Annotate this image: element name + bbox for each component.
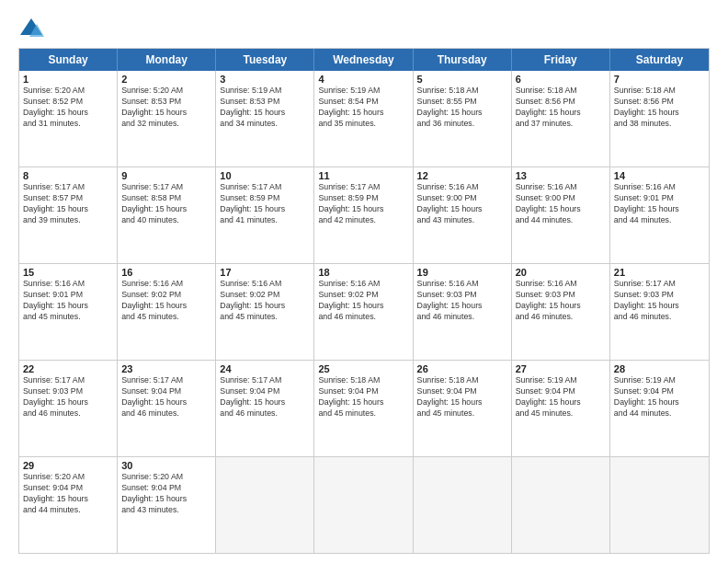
calendar: SundayMondayTuesdayWednesdayThursdayFrid… [18, 48, 710, 554]
day-info-21: Sunrise: 5:17 AM Sunset: 9:03 PM Dayligh… [614, 279, 705, 323]
logo-icon [18, 15, 44, 40]
weekday-header-thursday: Thursday [414, 49, 512, 71]
day-cell-23: 23Sunrise: 5:17 AM Sunset: 9:04 PM Dayli… [118, 361, 216, 456]
header [18, 15, 710, 40]
day-cell-22: 22Sunrise: 5:17 AM Sunset: 9:03 PM Dayli… [19, 361, 118, 456]
day-info-16: Sunrise: 5:16 AM Sunset: 9:02 PM Dayligh… [121, 279, 211, 323]
day-info-1: Sunrise: 5:20 AM Sunset: 8:52 PM Dayligh… [23, 86, 113, 130]
calendar-row-4: 29Sunrise: 5:20 AM Sunset: 9:04 PM Dayli… [19, 457, 709, 553]
day-info-14: Sunrise: 5:16 AM Sunset: 9:01 PM Dayligh… [614, 182, 705, 226]
day-cell-24: 24Sunrise: 5:17 AM Sunset: 9:04 PM Dayli… [216, 361, 314, 456]
day-cell-5: 5Sunrise: 5:18 AM Sunset: 8:55 PM Daylig… [414, 71, 512, 167]
day-number-11: 11 [318, 170, 408, 181]
day-number-16: 16 [121, 267, 211, 278]
day-cell-13: 13Sunrise: 5:16 AM Sunset: 9:00 PM Dayli… [512, 167, 610, 263]
day-cell-10: 10Sunrise: 5:17 AM Sunset: 8:59 PM Dayli… [216, 167, 314, 263]
calendar-row-1: 8Sunrise: 5:17 AM Sunset: 8:57 PM Daylig… [19, 167, 709, 264]
day-cell-29: 29Sunrise: 5:20 AM Sunset: 9:04 PM Dayli… [19, 457, 118, 553]
day-info-10: Sunrise: 5:17 AM Sunset: 8:59 PM Dayligh… [220, 182, 310, 226]
day-cell-27: 27Sunrise: 5:19 AM Sunset: 9:04 PM Dayli… [512, 361, 610, 456]
day-number-19: 19 [417, 267, 507, 278]
day-number-28: 28 [614, 363, 705, 374]
day-number-4: 4 [318, 74, 408, 85]
day-info-29: Sunrise: 5:20 AM Sunset: 9:04 PM Dayligh… [23, 472, 113, 516]
weekday-header-monday: Monday [118, 49, 216, 71]
day-info-17: Sunrise: 5:16 AM Sunset: 9:02 PM Dayligh… [220, 279, 310, 323]
day-number-23: 23 [121, 363, 211, 374]
empty-cell [216, 457, 314, 553]
weekday-header-saturday: Saturday [610, 49, 709, 71]
day-cell-20: 20Sunrise: 5:16 AM Sunset: 9:03 PM Dayli… [512, 264, 610, 360]
day-cell-28: 28Sunrise: 5:19 AM Sunset: 9:04 PM Dayli… [610, 361, 709, 456]
day-number-7: 7 [614, 74, 705, 85]
day-number-6: 6 [516, 74, 606, 85]
day-info-20: Sunrise: 5:16 AM Sunset: 9:03 PM Dayligh… [516, 279, 606, 323]
day-number-9: 9 [121, 170, 211, 181]
day-cell-18: 18Sunrise: 5:16 AM Sunset: 9:02 PM Dayli… [314, 264, 413, 360]
day-number-17: 17 [220, 267, 310, 278]
day-cell-3: 3Sunrise: 5:19 AM Sunset: 8:53 PM Daylig… [216, 71, 314, 167]
day-cell-25: 25Sunrise: 5:18 AM Sunset: 9:04 PM Dayli… [314, 361, 413, 456]
day-cell-7: 7Sunrise: 5:18 AM Sunset: 8:56 PM Daylig… [610, 71, 709, 167]
day-cell-12: 12Sunrise: 5:16 AM Sunset: 9:00 PM Dayli… [414, 167, 512, 263]
day-number-15: 15 [23, 267, 113, 278]
day-number-5: 5 [417, 74, 507, 85]
day-info-7: Sunrise: 5:18 AM Sunset: 8:56 PM Dayligh… [614, 86, 705, 130]
day-info-12: Sunrise: 5:16 AM Sunset: 9:00 PM Dayligh… [417, 182, 507, 226]
weekday-header-wednesday: Wednesday [314, 49, 413, 71]
day-info-30: Sunrise: 5:20 AM Sunset: 9:04 PM Dayligh… [121, 472, 211, 516]
day-cell-11: 11Sunrise: 5:17 AM Sunset: 8:59 PM Dayli… [314, 167, 413, 263]
logo [18, 15, 48, 40]
day-number-27: 27 [516, 363, 606, 374]
day-number-20: 20 [516, 267, 606, 278]
day-number-29: 29 [23, 460, 113, 471]
day-info-13: Sunrise: 5:16 AM Sunset: 9:00 PM Dayligh… [516, 182, 606, 226]
weekday-header-sunday: Sunday [19, 49, 118, 71]
day-info-8: Sunrise: 5:17 AM Sunset: 8:57 PM Dayligh… [23, 182, 113, 226]
day-cell-26: 26Sunrise: 5:18 AM Sunset: 9:04 PM Dayli… [414, 361, 512, 456]
day-info-18: Sunrise: 5:16 AM Sunset: 9:02 PM Dayligh… [318, 279, 408, 323]
empty-cell [314, 457, 413, 553]
day-info-9: Sunrise: 5:17 AM Sunset: 8:58 PM Dayligh… [121, 182, 211, 226]
day-info-11: Sunrise: 5:17 AM Sunset: 8:59 PM Dayligh… [318, 182, 408, 226]
calendar-body: 1Sunrise: 5:20 AM Sunset: 8:52 PM Daylig… [19, 71, 709, 553]
day-info-3: Sunrise: 5:19 AM Sunset: 8:53 PM Dayligh… [220, 86, 310, 130]
day-cell-14: 14Sunrise: 5:16 AM Sunset: 9:01 PM Dayli… [610, 167, 709, 263]
day-number-12: 12 [417, 170, 507, 181]
day-cell-2: 2Sunrise: 5:20 AM Sunset: 8:53 PM Daylig… [118, 71, 216, 167]
day-info-19: Sunrise: 5:16 AM Sunset: 9:03 PM Dayligh… [417, 279, 507, 323]
day-info-26: Sunrise: 5:18 AM Sunset: 9:04 PM Dayligh… [417, 375, 507, 419]
day-info-27: Sunrise: 5:19 AM Sunset: 9:04 PM Dayligh… [516, 375, 606, 419]
day-number-2: 2 [121, 74, 211, 85]
day-info-5: Sunrise: 5:18 AM Sunset: 8:55 PM Dayligh… [417, 86, 507, 130]
day-cell-4: 4Sunrise: 5:19 AM Sunset: 8:54 PM Daylig… [314, 71, 413, 167]
day-number-24: 24 [220, 363, 310, 374]
day-cell-9: 9Sunrise: 5:17 AM Sunset: 8:58 PM Daylig… [118, 167, 216, 263]
empty-cell [414, 457, 512, 553]
day-cell-19: 19Sunrise: 5:16 AM Sunset: 9:03 PM Dayli… [414, 264, 512, 360]
day-cell-15: 15Sunrise: 5:16 AM Sunset: 9:01 PM Dayli… [19, 264, 118, 360]
day-number-1: 1 [23, 74, 113, 85]
day-cell-21: 21Sunrise: 5:17 AM Sunset: 9:03 PM Dayli… [610, 264, 709, 360]
day-number-18: 18 [318, 267, 408, 278]
day-info-28: Sunrise: 5:19 AM Sunset: 9:04 PM Dayligh… [614, 375, 705, 419]
day-number-26: 26 [417, 363, 507, 374]
calendar-row-3: 22Sunrise: 5:17 AM Sunset: 9:03 PM Dayli… [19, 361, 709, 457]
day-cell-17: 17Sunrise: 5:16 AM Sunset: 9:02 PM Dayli… [216, 264, 314, 360]
day-info-24: Sunrise: 5:17 AM Sunset: 9:04 PM Dayligh… [220, 375, 310, 419]
page: SundayMondayTuesdayWednesdayThursdayFrid… [0, 0, 728, 563]
calendar-header: SundayMondayTuesdayWednesdayThursdayFrid… [19, 49, 709, 71]
day-number-25: 25 [318, 363, 408, 374]
calendar-row-2: 15Sunrise: 5:16 AM Sunset: 9:01 PM Dayli… [19, 264, 709, 361]
empty-cell [610, 457, 709, 553]
day-cell-8: 8Sunrise: 5:17 AM Sunset: 8:57 PM Daylig… [19, 167, 118, 263]
day-cell-1: 1Sunrise: 5:20 AM Sunset: 8:52 PM Daylig… [19, 71, 118, 167]
day-info-25: Sunrise: 5:18 AM Sunset: 9:04 PM Dayligh… [318, 375, 408, 419]
day-info-23: Sunrise: 5:17 AM Sunset: 9:04 PM Dayligh… [121, 375, 211, 419]
day-number-30: 30 [121, 460, 211, 471]
day-cell-30: 30Sunrise: 5:20 AM Sunset: 9:04 PM Dayli… [118, 457, 216, 553]
weekday-header-friday: Friday [512, 49, 610, 71]
day-number-14: 14 [614, 170, 705, 181]
day-info-22: Sunrise: 5:17 AM Sunset: 9:03 PM Dayligh… [23, 375, 113, 419]
day-number-13: 13 [516, 170, 606, 181]
